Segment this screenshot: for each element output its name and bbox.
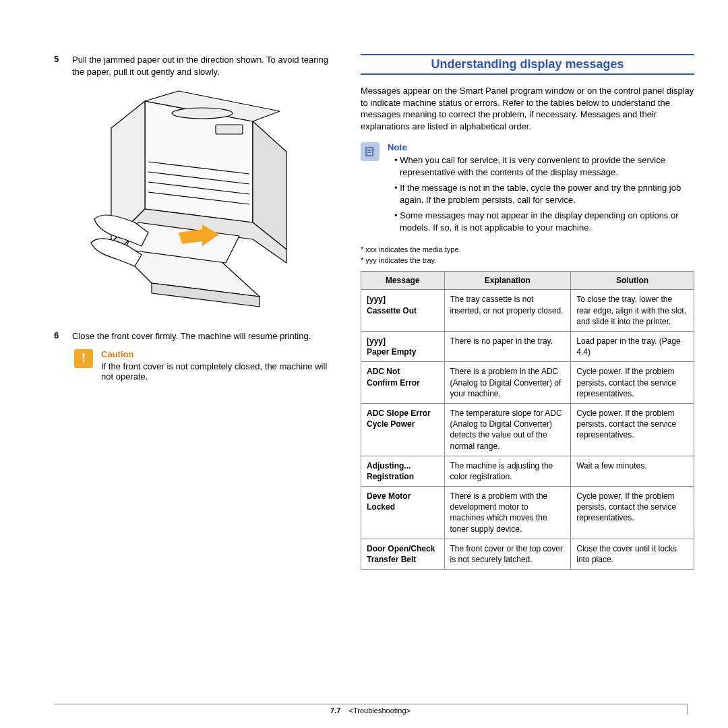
cell-solution: Wait a few minutes. (571, 456, 694, 486)
step-5-number: 5 (54, 54, 62, 78)
page-number: 7.7 (330, 706, 340, 715)
step-5-text: Pull the jammed paper out in the directi… (72, 54, 337, 78)
cell-solution: Load paper in the tray. (Page 4.4) (571, 332, 694, 362)
table-row: [yyy]Cassette OutThe tray cassette is no… (361, 290, 694, 332)
table-row: ADC Slope ErrorCycle PowerThe temperatur… (361, 403, 694, 456)
page-footer: 7.7 <Troubleshooting> (54, 704, 688, 715)
th-explanation: Explanation (444, 272, 571, 290)
cell-message: [yyy]Paper Empty (361, 332, 445, 362)
note-icon (361, 142, 380, 161)
caution-title: Caution (101, 349, 337, 359)
cell-solution: Cycle power. If the problem persists, co… (571, 362, 694, 404)
note-list: When you call for service, it is very co… (388, 154, 694, 233)
cell-explanation: The temperature slope for ADC (Analog to… (444, 403, 571, 456)
cell-message: Adjusting...Registration (361, 456, 445, 486)
printer-illustration (84, 88, 307, 317)
table-row: Adjusting...RegistrationThe machine is a… (361, 456, 694, 486)
cell-message: ADC Slope ErrorCycle Power (361, 403, 445, 456)
step-6-text: Close the front cover firmly. The machin… (72, 330, 337, 342)
table-row: Door Open/CheckTransfer BeltThe front co… (361, 539, 694, 569)
cell-solution: To close the tray, lower the rear edge, … (571, 290, 694, 332)
cell-solution: Close the cover until it locks into plac… (571, 539, 694, 569)
cell-solution: Cycle power. If the problem persists, co… (571, 487, 694, 539)
cell-message: Deve MotorLocked (361, 487, 445, 539)
cell-explanation: The machine is adjusting the color regis… (444, 456, 571, 486)
note-title: Note (388, 142, 694, 152)
svg-rect-1 (216, 125, 243, 134)
caution-icon: ! (74, 349, 93, 368)
caution-text: If the front cover is not completely clo… (101, 361, 337, 382)
cell-explanation: There is a problem in the ADC (Analog to… (444, 362, 571, 404)
cell-solution: Cycle power. If the problem persists, co… (571, 403, 694, 456)
footer-section: <Troubleshooting> (349, 706, 411, 715)
cell-explanation: The tray cassette is not inserted, or no… (444, 290, 571, 332)
cell-explanation: The front cover or the top cover is not … (444, 539, 571, 569)
svg-point-0 (172, 108, 233, 119)
step-6-number: 6 (54, 330, 62, 342)
cell-message: Door Open/CheckTransfer Belt (361, 539, 445, 569)
note-item: When you call for service, it is very co… (394, 154, 694, 178)
section-title: Understanding display messages (361, 57, 694, 71)
cell-message: ADC NotConfirm Error (361, 362, 445, 404)
intro-paragraph: Messages appear on the Smart Panel progr… (361, 85, 694, 132)
table-row: Deve MotorLockedThere is a problem with … (361, 487, 694, 539)
note-item: Some messages may not appear in the disp… (394, 210, 694, 233)
cell-explanation: There is a problem with the development … (444, 487, 571, 539)
table-row: [yyy]Paper EmptyThere is no paper in the… (361, 332, 694, 362)
footnote-yyy: * yyy indicates the tray. (361, 256, 694, 264)
cell-message: [yyy]Cassette Out (361, 290, 445, 332)
th-solution: Solution (571, 272, 694, 290)
cell-explanation: There is no paper in the tray. (444, 332, 571, 362)
footnote-xxx: * xxx indicates the media type. (361, 245, 694, 253)
table-row: ADC NotConfirm ErrorThere is a problem i… (361, 362, 694, 404)
messages-table: Message Explanation Solution [yyy]Casset… (361, 271, 694, 570)
note-item: If the message is not in the table, cycl… (394, 182, 694, 206)
th-message: Message (361, 272, 445, 290)
